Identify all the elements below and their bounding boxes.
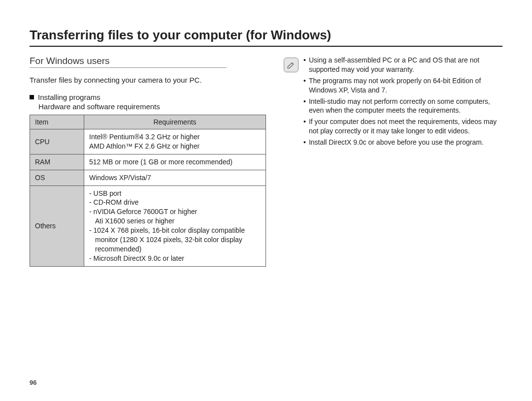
req-cell-ram: 512 MB or more (1 GB or more recommended… xyxy=(84,154,266,170)
req-line: Ati X1600 series or higher xyxy=(89,216,261,226)
bullet-square-icon xyxy=(30,95,34,99)
item-cell-cpu: CPU xyxy=(30,129,84,154)
th-requirements: Requirements xyxy=(84,115,266,129)
req-line: Windows XP/Vista/7 xyxy=(89,173,261,183)
th-item: Item xyxy=(30,115,84,129)
req-line: AMD Athlon™ FX 2.6 GHz or higher xyxy=(89,142,261,151)
table-row: CPU Intel® Pentium®4 3.2 GHz or higher A… xyxy=(30,129,266,154)
req-line: 512 MB or more (1 GB or more recommended… xyxy=(89,157,261,167)
note-box: Using a self-assembled PC or a PC and OS… xyxy=(284,56,502,149)
req-line: recommended) xyxy=(89,245,261,254)
note-text: The programs may not work properly on 64… xyxy=(309,76,502,95)
req-cell-cpu: Intel® Pentium®4 3.2 GHz or higher AMD A… xyxy=(84,129,266,154)
req-line: monitor (1280 X 1024 pixels, 32-bit colo… xyxy=(89,235,261,245)
note-text: Install DirectX 9.0c or above before you… xyxy=(309,138,484,147)
item-cell-ram: RAM xyxy=(30,154,84,170)
note-item: Intelli-studio may not perform correctly… xyxy=(303,97,502,116)
section-subtitle: For Windows users xyxy=(30,56,227,68)
right-column: Using a self-assembled PC or a PC and OS… xyxy=(284,56,502,267)
note-text: If your computer does not meet the requi… xyxy=(309,117,502,136)
note-text: Intelli-studio may not perform correctly… xyxy=(309,97,502,116)
page-title: Transferring files to your computer (for… xyxy=(30,28,502,47)
note-item: If your computer does not meet the requi… xyxy=(303,117,502,136)
left-column: For Windows users Transfer files by conn… xyxy=(30,56,266,267)
req-line: - nVIDIA Geforce 7600GT or higher xyxy=(89,207,261,216)
table-row: RAM 512 MB or more (1 GB or more recomme… xyxy=(30,154,266,170)
req-cell-os: Windows XP/Vista/7 xyxy=(84,170,266,185)
table-row: Others - USB port - CD-ROM drive - nVIDI… xyxy=(30,185,266,266)
req-line: Intel® Pentium®4 3.2 GHz or higher xyxy=(89,132,261,142)
note-item: Install DirectX 9.0c or above before you… xyxy=(303,138,502,147)
requirements-table: Item Requirements CPU Intel® Pentium®4 3… xyxy=(30,115,266,267)
subheading-requirements: Hardware and software requirements xyxy=(38,102,266,111)
subheading-1-text: Installing programs xyxy=(38,93,100,101)
note-item: The programs may not work properly on 64… xyxy=(303,76,502,95)
note-text: Using a self-assembled PC or a PC and OS… xyxy=(309,56,502,74)
req-line: - CD-ROM drive xyxy=(89,198,261,207)
req-line: - Microsoft DirectX 9.0c or later xyxy=(89,254,261,263)
document-page: Transferring files to your computer (for… xyxy=(0,0,532,401)
subheading-installing: Installing programs xyxy=(30,93,266,101)
req-cell-others: - USB port - CD-ROM drive - nVIDIA Gefor… xyxy=(84,185,266,266)
page-number: 96 xyxy=(30,379,36,386)
table-row: OS Windows XP/Vista/7 xyxy=(30,170,266,185)
note-item: Using a self-assembled PC or a PC and OS… xyxy=(303,56,502,74)
item-cell-os: OS xyxy=(30,170,84,185)
note-list: Using a self-assembled PC or a PC and OS… xyxy=(303,56,502,149)
intro-text: Transfer files by connecting your camera… xyxy=(30,76,266,84)
req-line: - 1024 X 768 pixels, 16-bit color displa… xyxy=(89,226,261,235)
two-column-layout: For Windows users Transfer files by conn… xyxy=(30,56,502,267)
table-header-row: Item Requirements xyxy=(30,115,266,129)
note-icon xyxy=(284,58,299,72)
req-line: - USB port xyxy=(89,189,261,198)
pencil-icon xyxy=(287,61,296,69)
item-cell-others: Others xyxy=(30,185,84,266)
